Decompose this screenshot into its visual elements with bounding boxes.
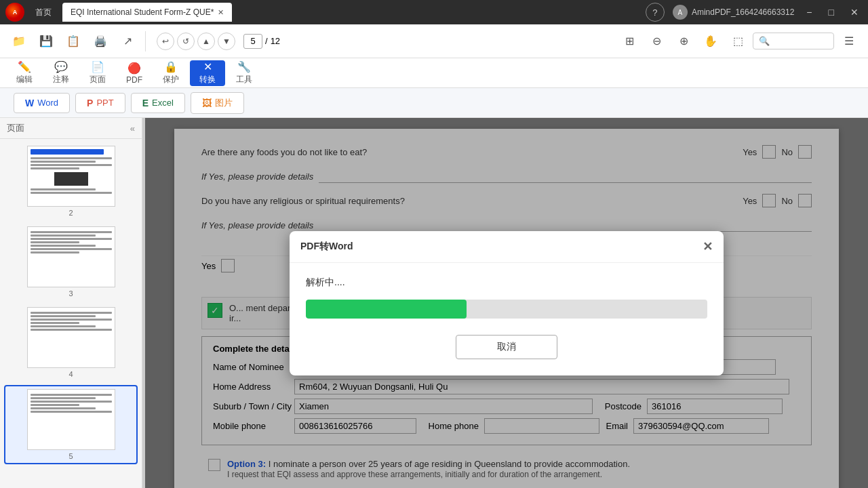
page-input[interactable] (243, 34, 262, 49)
user-info: A AmindPDF_1664246663312 (673, 5, 794, 20)
share-icon: ↗ (123, 35, 132, 47)
save-button[interactable]: 💾 (34, 28, 58, 55)
tab-protect-label: 保护 (163, 74, 179, 85)
hand-icon: ✋ (704, 35, 717, 47)
titlebar: A 首页 EQI International Student Form-Z QU… (0, 0, 868, 24)
dialog-body: 解析中.... 取消 (290, 263, 724, 375)
page-icon: 📄 (91, 60, 104, 73)
dialog-close-button[interactable]: ✕ (703, 239, 713, 254)
content-area: Are there any foods you do not like to e… (145, 118, 868, 488)
dialog-btn-row: 取消 (306, 335, 707, 359)
tab-page[interactable]: 📄 页面 (80, 60, 115, 86)
progress-bar-fill (306, 300, 467, 319)
convert-word-button[interactable]: W Word (14, 93, 70, 113)
page-thumb-5 (27, 389, 115, 450)
zoom-in-button[interactable]: ⊕ (671, 28, 696, 55)
sidebar-page-4[interactable]: 4 (4, 304, 138, 381)
convert-toolbar: W Word P PPT E Excel 🖼 图片 (0, 88, 868, 118)
protect-icon: 🔒 (164, 60, 178, 73)
sidebar-page-5[interactable]: 5 (4, 385, 138, 464)
sidebar-header: 页面 « (0, 118, 142, 139)
sidebar-page-2[interactable]: 2 (4, 143, 138, 220)
zoom-in-icon: ⊕ (679, 35, 688, 47)
minimize-button[interactable]: − (802, 5, 816, 19)
save-as-icon: 📋 (66, 35, 80, 47)
sidebar-title: 页面 (7, 122, 24, 134)
tab-edit[interactable]: ✏️ 编辑 (7, 60, 42, 86)
dialog-status: 解析中.... (306, 277, 707, 289)
tab-annotate-label: 注释 (53, 74, 69, 85)
hand-tool-button[interactable]: ✋ (698, 28, 723, 55)
user-name: AmindPDF_1664246663312 (692, 7, 794, 17)
prev-page-button[interactable]: ▲ (197, 33, 215, 50)
pdf-to-word-dialog: PDF转Word ✕ 解析中.... 取消 (290, 231, 724, 375)
sidebar-collapse-icon[interactable]: « (130, 123, 135, 134)
tab-bar: ✏️ 编辑 💬 注释 📄 页面 🔴 PDF 🔒 保护 ✕ 转换 🔧 工具 (0, 58, 868, 88)
zoom-out-icon: ⊖ (652, 35, 661, 47)
tab-pdf[interactable]: 🔴 PDF (117, 60, 152, 86)
tab-tools[interactable]: 🔧 工具 (226, 60, 262, 86)
progress-bar-bg (306, 300, 707, 319)
sidebar-page-3[interactable]: 3 (4, 224, 138, 300)
edit-icon: ✏️ (18, 60, 31, 73)
select-button[interactable]: ⬚ (726, 28, 750, 55)
main-toolbar: 📁 💾 📋 🖨️ ↗ ↩ ↺ ▲ ▼ / 12 ⊞ ⊖ ⊕ ✋ ⬚ ☰ (0, 24, 868, 58)
tab-close-icon[interactable]: ✕ (218, 8, 224, 17)
fit-button[interactable]: ⊞ (617, 28, 642, 55)
undo-nav-button[interactable]: ↩ (157, 33, 174, 50)
page-info: / 12 (243, 34, 280, 49)
dialog-header: PDF转Word ✕ (290, 231, 724, 263)
sidebar-pages: 2 3 (0, 139, 142, 488)
user-avatar: A (673, 5, 688, 20)
page-num-3: 3 (68, 289, 73, 298)
tab-convert[interactable]: ✕ 转换 (190, 60, 225, 86)
word-icon: W (25, 98, 34, 108)
close-button[interactable]: ✕ (846, 5, 863, 19)
share-button[interactable]: ↗ (115, 28, 140, 55)
dialog-title: PDF转Word (300, 241, 353, 253)
maximize-button[interactable]: □ (825, 5, 838, 19)
annotate-icon: 💬 (54, 60, 68, 73)
save-icon: 💾 (39, 35, 53, 47)
pdf-icon: 🔴 (127, 62, 141, 75)
tab-edit-label: 编辑 (16, 74, 33, 85)
tab-protect[interactable]: 🔒 保护 (153, 60, 189, 86)
help-button[interactable]: ? (646, 3, 665, 22)
main-layout: 页面 « 2 (0, 118, 868, 488)
print-button[interactable]: 🖨️ (88, 28, 113, 55)
open-button[interactable]: 📁 (7, 28, 31, 55)
tools-icon: 🔧 (237, 60, 251, 73)
tab-annotate[interactable]: 💬 注释 (43, 60, 79, 86)
ppt-label: PPT (96, 98, 113, 108)
print-icon: 🖨️ (94, 35, 107, 47)
tab-page-label: 页面 (90, 74, 106, 85)
zoom-out-button[interactable]: ⊖ (644, 28, 669, 55)
menu-button[interactable]: ☰ (837, 28, 861, 55)
word-label: Word (37, 98, 58, 108)
dialog-overlay: PDF转Word ✕ 解析中.... 取消 (145, 118, 868, 488)
search-input[interactable] (753, 33, 834, 49)
next-page-button[interactable]: ▼ (218, 33, 235, 50)
page-thumb-2 (27, 146, 115, 207)
convert-img-button[interactable]: 🖼 图片 (191, 92, 244, 114)
tab-pdf-label: PDF (126, 75, 142, 85)
save-as-button[interactable]: 📋 (61, 28, 85, 55)
tab-convert-label: 转换 (199, 74, 216, 85)
tab-title: EQI International Student Form-Z QUE* (71, 7, 214, 17)
document-tab[interactable]: EQI International Student Form-Z QUE* ✕ (62, 3, 232, 22)
page-num-4: 4 (68, 370, 73, 378)
fit-icon: ⊞ (625, 35, 634, 47)
restore-button[interactable]: ↺ (177, 33, 195, 50)
page-separator: / (265, 36, 268, 46)
img-label: 图片 (215, 97, 233, 109)
convert-ppt-button[interactable]: P PPT (75, 93, 125, 113)
page-thumb-3 (27, 226, 115, 287)
menu-icon: ☰ (844, 35, 854, 47)
page-total: 12 (271, 36, 280, 46)
home-tab[interactable]: 首页 (30, 4, 57, 21)
convert-excel-button[interactable]: E Excel (131, 93, 185, 113)
sidebar: 页面 « 2 (0, 118, 142, 488)
cancel-button[interactable]: 取消 (456, 335, 557, 359)
page-nav: ↩ ↺ ▲ ▼ (157, 33, 235, 50)
page-num-2: 2 (68, 209, 73, 217)
